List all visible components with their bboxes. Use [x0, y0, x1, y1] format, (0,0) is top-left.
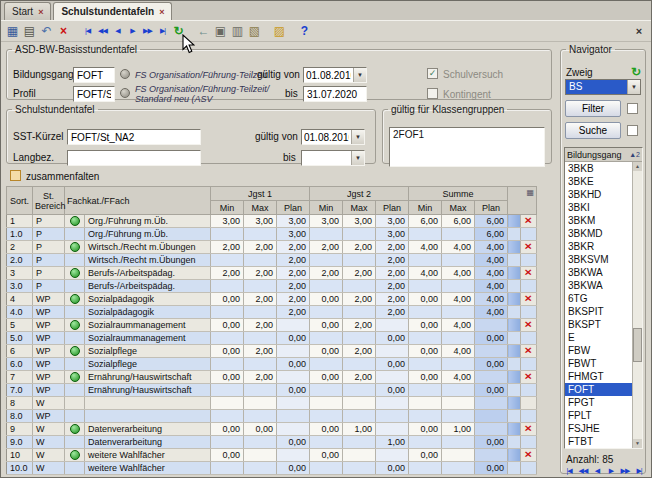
table-scrollbar[interactable]: [508, 384, 521, 397]
cell-value[interactable]: 2,00: [343, 371, 376, 384]
first-page-button[interactable]: |◀: [563, 467, 575, 475]
col-header-sort[interactable]: Sort.: [7, 187, 33, 215]
cell-value[interactable]: [244, 306, 277, 319]
report-button[interactable]: ▨: [271, 23, 288, 40]
table-row[interactable]: 8.0WP: [7, 410, 537, 423]
col-header-min[interactable]: Min: [211, 201, 244, 215]
cell-value[interactable]: [409, 306, 442, 319]
cell-value[interactable]: [343, 306, 376, 319]
cell-value[interactable]: 3,00: [310, 215, 343, 228]
cell-value[interactable]: [343, 358, 376, 371]
cell-value[interactable]: [343, 384, 376, 397]
cell-value[interactable]: [376, 319, 409, 332]
table-scrollbar[interactable]: [508, 449, 521, 462]
cell-value[interactable]: 2,00: [310, 241, 343, 254]
cell-value[interactable]: 2,00: [277, 241, 310, 254]
cell-value[interactable]: 0,00: [244, 423, 277, 436]
cell-value[interactable]: [211, 358, 244, 371]
bildungsgang-item[interactable]: 3BKWA: [565, 266, 632, 279]
table-row[interactable]: 9WDatenverarbeitung0,000,000,001,000,001…: [7, 423, 537, 436]
cell-fachkat[interactable]: [65, 319, 85, 332]
cell-value[interactable]: [376, 410, 409, 423]
bildungsgang-item[interactable]: 3BKMD: [565, 227, 632, 240]
cell-value[interactable]: [442, 384, 475, 397]
table-row[interactable]: 8W: [7, 397, 537, 410]
cell-value[interactable]: 0,00: [211, 319, 244, 332]
cell-value[interactable]: 0,00: [409, 319, 442, 332]
col-header-plan[interactable]: Plan: [475, 201, 508, 215]
bildungsgang-item[interactable]: FBWT: [565, 357, 632, 370]
table-row[interactable]: 10Wweitere Wahlfächer0,000,000,00×: [7, 449, 537, 462]
cell-value[interactable]: [244, 332, 277, 345]
cell-value[interactable]: [343, 397, 376, 410]
cell-value[interactable]: [343, 332, 376, 345]
cell-value[interactable]: [409, 280, 442, 293]
cell-value[interactable]: 0,00: [211, 345, 244, 358]
cell-value[interactable]: [409, 436, 442, 449]
table-scrollbar[interactable]: [508, 319, 521, 332]
col-header-plan[interactable]: Plan: [277, 201, 310, 215]
table-scrollbar[interactable]: [508, 397, 521, 410]
cell-value[interactable]: 0,00: [277, 358, 310, 371]
cell-value[interactable]: 6,00: [442, 215, 475, 228]
suche-checkbox[interactable]: [627, 125, 638, 136]
tab-close-icon[interactable]: ×: [159, 7, 164, 17]
cell-value[interactable]: [277, 397, 310, 410]
back-button[interactable]: ←: [195, 23, 212, 40]
cell-value[interactable]: [475, 371, 508, 384]
cell-value[interactable]: 0,00: [211, 449, 244, 462]
scroll-up-icon[interactable]: ▲: [633, 162, 642, 171]
cell-value[interactable]: [310, 358, 343, 371]
cell-value[interactable]: [244, 384, 277, 397]
cell-value[interactable]: 0,00: [211, 371, 244, 384]
bildungsgang-item[interactable]: 3BKWA: [565, 279, 632, 292]
langbez-input[interactable]: [67, 150, 201, 166]
delete-record-button[interactable]: ×: [55, 23, 72, 40]
cell-value[interactable]: [442, 280, 475, 293]
table-row[interactable]: 3.0PBerufs-/Arbeitspädag.2,002,004,00: [7, 280, 537, 293]
cell-value[interactable]: [211, 228, 244, 241]
table-scrollbar[interactable]: [508, 423, 521, 436]
cell-value[interactable]: 4,00: [442, 371, 475, 384]
cell-value[interactable]: [310, 280, 343, 293]
cell-value[interactable]: 0,00: [376, 332, 409, 345]
cell-fachkat[interactable]: [65, 371, 85, 384]
cell-fachkat[interactable]: [65, 267, 85, 280]
cell-value[interactable]: [442, 449, 475, 462]
cell-value[interactable]: [475, 449, 508, 462]
cell-value[interactable]: [409, 384, 442, 397]
scroll-thumb[interactable]: [633, 328, 642, 362]
col-header-plan[interactable]: Plan: [376, 201, 409, 215]
table-row[interactable]: 7WPErnährung/Hauswirtschaft0,002,000,002…: [7, 371, 537, 384]
fast-prev-button[interactable]: ◀◀: [95, 23, 110, 40]
cell-value[interactable]: 3,00: [376, 228, 409, 241]
table-scrollbar[interactable]: [508, 332, 521, 345]
cell-value[interactable]: 2,00: [343, 293, 376, 306]
cell-value[interactable]: 0,00: [310, 345, 343, 358]
fachkat-select-icon[interactable]: [70, 424, 80, 434]
col-header-jgst2[interactable]: Jgst 2: [310, 187, 409, 201]
cell-fachkat[interactable]: [65, 345, 85, 358]
sort-icon[interactable]: ▲2: [629, 151, 640, 158]
tab-schulstundentafeln[interactable]: Schulstundentafeln ×: [53, 2, 172, 20]
next-record-button[interactable]: ▶: [125, 23, 140, 40]
cell-value[interactable]: 0,00: [310, 319, 343, 332]
print-button[interactable]: ▤: [21, 23, 38, 40]
refresh-button[interactable]: ↻: [170, 23, 187, 40]
col-header-jgst1[interactable]: Jgst 1: [211, 187, 310, 201]
table-scrollbar[interactable]: [508, 267, 521, 280]
cell-value[interactable]: 4,00: [442, 241, 475, 254]
bildungsgang-item[interactable]: E: [565, 331, 632, 344]
cell-value[interactable]: 0,00: [310, 423, 343, 436]
sst-gueltig-von-combo[interactable]: ▼: [301, 129, 365, 145]
cell-value[interactable]: 2,00: [376, 267, 409, 280]
cell-value[interactable]: [442, 254, 475, 267]
cell-value[interactable]: 6,00: [475, 215, 508, 228]
cell-value[interactable]: 2,00: [343, 319, 376, 332]
table-scrollbar[interactable]: [508, 436, 521, 449]
cell-value[interactable]: [442, 358, 475, 371]
cell-value[interactable]: [277, 423, 310, 436]
close-button[interactable]: ×: [632, 25, 646, 39]
fachkat-select-icon[interactable]: [70, 450, 80, 460]
cell-value[interactable]: 3,00: [211, 215, 244, 228]
